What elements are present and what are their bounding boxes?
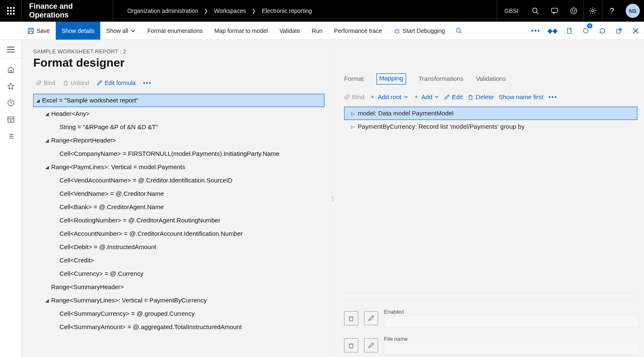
ellipsis-icon: ••• <box>531 27 541 35</box>
tree-item[interactable]: Cell<SummaryAmount> = @.aggregated.Total… <box>33 320 324 334</box>
tree-item[interactable]: Cell<VendName> = @.Creditor.Name <box>33 187 324 200</box>
tab-transformations[interactable]: Transformations <box>419 73 463 85</box>
waffle-icon <box>7 7 15 15</box>
cmd-search-button[interactable] <box>451 22 467 40</box>
svg-rect-3 <box>7 10 9 12</box>
refresh-button[interactable] <box>594 22 611 40</box>
svg-point-19 <box>395 30 399 33</box>
nav-recent[interactable] <box>7 99 15 108</box>
edit-filename-button[interactable] <box>364 338 378 352</box>
company-selector[interactable]: GBSI <box>497 0 526 22</box>
ds-tree-item[interactable]: ▷PaymentByCurrency: Record list 'model/P… <box>344 120 637 133</box>
filename-label: File name <box>384 336 637 342</box>
messages-button[interactable] <box>545 0 564 22</box>
messages-button[interactable]: 0 <box>577 22 594 40</box>
tree-item[interactable]: Cell<VendAccountName> = @.Creditor.Ident… <box>33 174 324 187</box>
show-all-button[interactable]: Show all <box>100 22 141 40</box>
help-button[interactable]: ? <box>602 0 622 22</box>
tree-item[interactable]: Cell<SummaryCurrency> = @.grouped.Curren… <box>33 307 324 320</box>
clear-filename-button[interactable] <box>344 338 358 352</box>
svg-rect-1 <box>10 7 12 9</box>
breadcrumb-item[interactable]: Organization administration <box>127 7 198 14</box>
edit-enabled-button[interactable] <box>364 311 378 325</box>
tree-root[interactable]: ◢Excel = "Sample worksheet report" <box>33 94 324 107</box>
collapse-icon[interactable]: ◢ <box>43 294 51 307</box>
more-actions-button[interactable]: ••• <box>141 78 154 88</box>
tab-mapping[interactable]: Mapping <box>376 73 406 85</box>
app-launcher-button[interactable] <box>0 0 22 22</box>
nav-home[interactable] <box>7 66 15 75</box>
save-button[interactable]: Save <box>22 22 56 40</box>
tree-item[interactable]: ◢Range<SummaryLines>: Vertical = Payment… <box>33 294 324 307</box>
collapse-icon[interactable]: ◢ <box>43 134 51 147</box>
tree-item[interactable]: Cell<RoutingNumber> = @.CreditorAgent.Ro… <box>33 214 324 227</box>
ds-bind-button: Bind <box>344 93 364 100</box>
delete-button[interactable]: Delete <box>468 93 493 100</box>
settings-button[interactable] <box>583 0 602 22</box>
tree-item[interactable]: Cell<AccountNumber> = @.CreditorAccount.… <box>33 227 324 240</box>
bug-icon <box>394 27 400 34</box>
hamburger-menu[interactable] <box>0 41 21 58</box>
tree-item[interactable]: ◢Range<ReportHeader> <box>33 134 324 147</box>
show-details-button[interactable]: Show details <box>56 22 100 40</box>
enabled-input[interactable] <box>384 316 637 327</box>
tree-item[interactable]: Cell<CompanyName> = FIRSTORNULL(model.Pa… <box>33 147 324 160</box>
search-icon <box>532 7 539 15</box>
nav-favorites[interactable] <box>7 82 15 92</box>
tree-item[interactable]: Cell<Credit> <box>33 254 324 267</box>
format-enum-button[interactable]: Format enumerations <box>141 22 208 40</box>
ds-tree-item[interactable]: ▷model: Data model PaymentModel <box>344 107 637 120</box>
tab-validations[interactable]: Validations <box>476 73 506 85</box>
search-button[interactable] <box>526 0 545 22</box>
chevron-right-icon: ❯ <box>204 8 208 14</box>
popout-button[interactable] <box>611 22 627 40</box>
nav-modules[interactable] <box>7 132 15 142</box>
tree-item[interactable]: Cell<Debit> = @.InstructedAmount <box>33 240 324 254</box>
nav-workspaces[interactable] <box>7 116 15 125</box>
filename-input[interactable] <box>384 343 637 355</box>
run-button[interactable]: Run <box>306 22 328 40</box>
show-name-first-button[interactable]: Show name first <box>499 93 544 100</box>
validate-button[interactable]: Validate <box>274 22 306 40</box>
collapse-icon[interactable]: ◢ <box>34 94 42 107</box>
svg-point-22 <box>583 28 588 33</box>
start-debug-button[interactable]: Start Debugging <box>388 22 451 40</box>
property-editor[interactable] <box>344 300 637 300</box>
focus-mode-button[interactable]: ◆◆ <box>544 22 561 40</box>
tree-item[interactable]: ◢Range<PaymLines>: Vertical = model.Paym… <box>33 160 324 174</box>
tree-item[interactable]: Range<SummaryHeader> <box>33 280 324 294</box>
edit-button[interactable]: Edit <box>444 93 463 100</box>
popout-icon <box>616 27 622 34</box>
more-commands-button[interactable]: ••• <box>528 22 544 40</box>
star-icon <box>7 82 15 90</box>
collapse-icon[interactable]: ◢ <box>43 160 51 174</box>
edit-formula-button[interactable]: Edit formula <box>94 78 138 88</box>
tree-item[interactable]: ◢Header<Any> <box>33 107 324 120</box>
grid-icon <box>7 116 15 123</box>
close-button[interactable] <box>627 22 644 40</box>
tab-format[interactable]: Format <box>344 73 364 85</box>
map-format-button[interactable]: Map format to model <box>208 22 273 40</box>
add-root-button[interactable]: ＋Add root <box>369 93 408 101</box>
expand-icon[interactable]: ▷ <box>348 107 358 120</box>
perf-trace-button[interactable]: Performance trace <box>328 22 388 40</box>
breadcrumb-item[interactable]: Electronic reporting <box>262 7 312 14</box>
user-avatar[interactable]: NS <box>626 4 640 18</box>
tree-item[interactable]: Cell<Bank> = @.CreditorAgent.Name <box>33 200 324 214</box>
pencil-icon <box>368 342 374 349</box>
add-button[interactable]: ＋Add <box>413 93 439 101</box>
feedback-button[interactable] <box>564 0 583 22</box>
svg-rect-18 <box>29 31 32 33</box>
format-tree[interactable]: ◢Excel = "Sample worksheet report" ◢Head… <box>33 94 324 334</box>
tree-item[interactable]: Cell<Currency> = @.Currency <box>33 267 324 280</box>
attachments-button[interactable] <box>561 22 577 40</box>
datasource-tree[interactable]: ▷model: Data model PaymentModel ▷Payment… <box>344 107 637 133</box>
collapse-icon[interactable]: ◢ <box>43 107 51 120</box>
more-button[interactable]: ••• <box>548 93 557 100</box>
svg-rect-8 <box>13 13 15 15</box>
svg-rect-43 <box>469 96 472 99</box>
expand-icon[interactable]: ▷ <box>348 120 358 133</box>
breadcrumb-item[interactable]: Workspaces <box>214 7 246 14</box>
clear-enabled-button[interactable] <box>344 311 358 325</box>
tree-item[interactable]: String = "&RPage &P of &N &D &T" <box>33 120 324 134</box>
